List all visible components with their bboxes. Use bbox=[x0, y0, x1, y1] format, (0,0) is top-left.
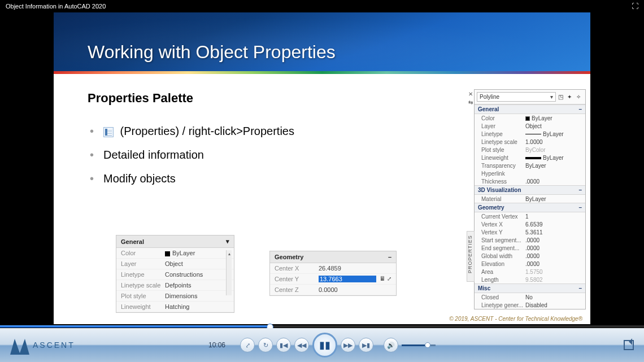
panel-row[interactable]: Center X26.4859 bbox=[270, 263, 396, 274]
property-value[interactable]: Hatching bbox=[165, 303, 229, 310]
property-value[interactable]: Defpoints bbox=[165, 282, 229, 289]
property-value[interactable]: 13.7663 bbox=[319, 276, 376, 282]
property-value[interactable]: .0000 bbox=[525, 178, 584, 185]
panel-row[interactable]: Center Z0.0000 bbox=[270, 285, 396, 295]
panel-row[interactable]: LayerObject bbox=[116, 259, 234, 269]
property-value[interactable]: ByLayer bbox=[525, 196, 584, 202]
palette-row[interactable]: ColorByLayer bbox=[475, 114, 585, 122]
panel-header-general[interactable]: General ▾ bbox=[116, 235, 234, 248]
palette-row[interactable]: Linetype scale1.0000 bbox=[475, 138, 585, 146]
property-key: Hyperlink bbox=[481, 171, 525, 177]
palette-row[interactable]: TransparencyByLayer bbox=[475, 162, 585, 169]
palette-row[interactable]: Area1.5750 bbox=[475, 268, 585, 276]
property-value[interactable]: 1 bbox=[525, 213, 584, 220]
palette-row[interactable]: Plot styleByColor bbox=[475, 146, 585, 154]
palette-row[interactable]: Current Vertex1 bbox=[475, 212, 585, 220]
property-value[interactable]: 5.3611 bbox=[525, 229, 584, 235]
fullscreen-icon[interactable]: ⛶ bbox=[632, 2, 638, 10]
object-type-select[interactable]: Polyline bbox=[477, 92, 556, 102]
property-value[interactable] bbox=[525, 171, 584, 177]
palette-row[interactable]: MaterialByLayer bbox=[475, 195, 585, 203]
property-value[interactable]: 26.4859 bbox=[319, 265, 391, 272]
collapse-icon[interactable]: – bbox=[578, 285, 582, 291]
panel-row[interactable]: Plot styleDimensions bbox=[116, 291, 234, 302]
quick-select-icon[interactable]: ✧ bbox=[576, 94, 583, 101]
property-key: Lineweight bbox=[121, 303, 165, 310]
player-controls: ASCENT 10:06 ⤤ ↻ ▮◀ ◀◀ ▮▮ ▶▶ ▶▮ 🔊 bbox=[0, 328, 644, 362]
palette-row[interactable]: LineweightByLayer bbox=[475, 154, 585, 162]
mute-button[interactable]: 🔊 bbox=[384, 338, 398, 352]
property-value[interactable]: ByLayer bbox=[525, 131, 584, 137]
property-value[interactable]: ByColor bbox=[525, 147, 584, 153]
palette-section-header[interactable]: Misc– bbox=[475, 284, 585, 293]
panel-header-geometry[interactable]: Geometry – bbox=[270, 251, 396, 263]
property-value[interactable]: Object bbox=[165, 260, 229, 267]
palette-section-header[interactable]: General– bbox=[475, 104, 585, 114]
palette-row[interactable]: Global width.0000 bbox=[475, 252, 585, 260]
collapse-icon[interactable]: ▾ bbox=[226, 238, 229, 245]
property-value[interactable]: 6.6539 bbox=[525, 221, 584, 228]
popout-button[interactable] bbox=[624, 340, 634, 350]
panel-row[interactable]: LinetypeConstructions bbox=[116, 269, 234, 280]
palette-controls: ✕ ⇆ bbox=[467, 90, 475, 107]
palette-row[interactable]: Hyperlink bbox=[475, 169, 585, 177]
play-pause-button[interactable]: ▮▮ bbox=[312, 333, 337, 357]
shuffle-button[interactable]: ⤤ bbox=[240, 338, 255, 352]
toggle-pim-icon[interactable]: ◳ bbox=[558, 94, 565, 101]
palette-row[interactable]: ClosedNo bbox=[475, 293, 585, 301]
volume-slider[interactable] bbox=[402, 344, 436, 346]
progress-track[interactable] bbox=[0, 325, 644, 328]
next-track-button[interactable]: ▶▮ bbox=[359, 338, 373, 352]
property-value[interactable]: ByLayer bbox=[165, 250, 229, 256]
palette-row[interactable]: Start segment....0000 bbox=[475, 236, 585, 244]
property-value[interactable]: .0000 bbox=[525, 253, 584, 259]
property-value[interactable]: No bbox=[525, 294, 584, 300]
property-value[interactable]: .0000 bbox=[525, 237, 584, 243]
close-icon[interactable]: ✕ bbox=[467, 90, 475, 98]
palette-row[interactable]: LinetypeByLayer bbox=[475, 130, 585, 138]
repeat-button[interactable]: ↻ bbox=[258, 338, 273, 352]
property-value[interactable]: ByLayer bbox=[525, 115, 584, 121]
collapse-icon[interactable]: – bbox=[388, 254, 391, 260]
palette-row[interactable]: Thickness.0000 bbox=[475, 177, 585, 185]
palette-row[interactable]: End segment....0000 bbox=[475, 244, 585, 252]
palette-row[interactable]: Elevation.0000 bbox=[475, 260, 585, 268]
select-objects-icon[interactable]: ✦ bbox=[567, 94, 574, 101]
collapse-icon[interactable]: – bbox=[578, 187, 582, 193]
palette-row[interactable]: Vertex X6.6539 bbox=[475, 220, 585, 228]
palette-row[interactable]: LayerObject bbox=[475, 122, 585, 130]
collapse-icon[interactable]: – bbox=[578, 106, 582, 112]
panel-row[interactable]: ColorByLayer bbox=[116, 248, 234, 259]
palette-section-header[interactable]: Geometry– bbox=[475, 203, 585, 212]
scrollbar-icon[interactable]: ▴ bbox=[226, 250, 232, 295]
prev-track-button[interactable]: ▮◀ bbox=[276, 338, 291, 352]
property-value[interactable]: Object bbox=[525, 123, 584, 129]
property-value[interactable]: .0000 bbox=[525, 261, 584, 267]
general-panel: General ▾ ColorByLayerLayerObjectLinetyp… bbox=[116, 235, 234, 313]
property-value[interactable]: .0000 bbox=[525, 245, 584, 251]
panel-row[interactable]: Center Y13.7663 🖩 ⤢ bbox=[270, 274, 396, 285]
property-value[interactable]: ByLayer bbox=[525, 163, 584, 169]
property-value[interactable]: Disabled bbox=[525, 302, 584, 308]
palette-section-header[interactable]: 3D Visualization– bbox=[475, 185, 585, 195]
property-value[interactable]: 9.5802 bbox=[525, 277, 584, 283]
collapse-icon[interactable]: – bbox=[578, 204, 582, 211]
palette-row[interactable]: Length9.5802 bbox=[475, 276, 585, 284]
property-value[interactable]: Constructions bbox=[165, 271, 229, 278]
property-value[interactable]: Dimensions bbox=[165, 293, 229, 299]
volume-thumb[interactable] bbox=[425, 342, 430, 348]
property-value[interactable]: 1.5750 bbox=[525, 269, 584, 275]
rewind-button[interactable]: ◀◀ bbox=[294, 338, 309, 352]
calculator-icon[interactable]: 🖩 ⤢ bbox=[380, 276, 391, 282]
palette-row[interactable]: Linetype gener...Disabled bbox=[475, 301, 585, 309]
forward-button[interactable]: ▶▶ bbox=[341, 338, 355, 352]
panel-row[interactable]: Linetype scaleDefpoints bbox=[116, 280, 234, 291]
property-value[interactable]: 0.0000 bbox=[319, 286, 391, 293]
palette-row[interactable]: Vertex Y5.3611 bbox=[475, 228, 585, 236]
color-swatch-icon bbox=[165, 251, 170, 256]
property-value[interactable]: ByLayer bbox=[525, 155, 584, 161]
elapsed-time: 10:06 bbox=[208, 341, 225, 349]
panel-row[interactable]: LineweightHatching bbox=[116, 302, 234, 312]
property-value[interactable]: 1.0000 bbox=[525, 139, 584, 145]
pin-icon[interactable]: ⇆ bbox=[467, 98, 475, 107]
